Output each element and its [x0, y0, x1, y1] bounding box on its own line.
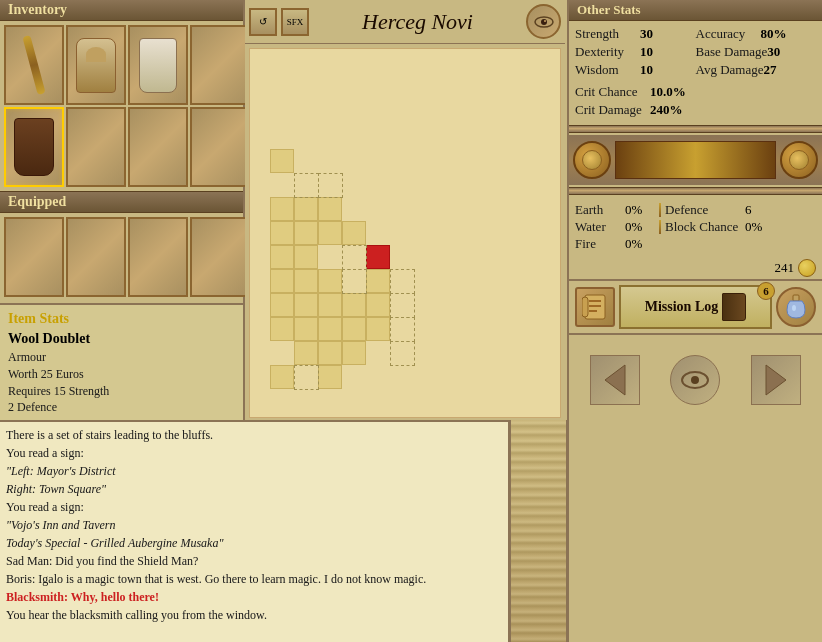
decorative-bar: [569, 135, 822, 185]
inventory-slot-robe[interactable]: [128, 25, 188, 105]
staff-item: [22, 35, 45, 95]
map-tile: [294, 269, 318, 293]
wisdom-value: 10: [640, 62, 670, 78]
stats-divider-1: [569, 125, 822, 133]
equipped-slot-2[interactable]: [66, 217, 126, 297]
item-type: Armour: [8, 349, 235, 366]
log-line: "Vojo's Inn and Tavern: [6, 516, 502, 534]
sfx-label: SFX: [287, 17, 304, 27]
player-marker: [366, 245, 390, 269]
potion-button[interactable]: [776, 287, 816, 327]
gold-coin-icon: [798, 259, 816, 277]
right-panel: Other Stats Strength 30 Dexterity 10 Wis…: [567, 0, 822, 642]
svg-marker-13: [766, 365, 786, 395]
vertical-separator: [510, 420, 567, 642]
sfx-button[interactable]: SFX: [281, 8, 309, 36]
map-tile: [270, 269, 294, 293]
map-tile-dashed: [318, 173, 343, 198]
map-tile: [270, 317, 294, 341]
refresh-icon: ↺: [259, 16, 267, 27]
log-line: Right: Town Square": [6, 480, 502, 498]
block-chance-value: 0%: [745, 219, 762, 235]
log-line: "Left: Mayor's District: [6, 462, 502, 480]
map-tile: [294, 245, 318, 269]
deco-horizontal-bar: [615, 141, 776, 179]
map-eye-button[interactable]: [526, 4, 561, 39]
dexterity-label: Dexterity: [575, 44, 640, 60]
crit-chance-label: Crit Chance: [575, 84, 650, 100]
map-panel: ↺ SFX Herceg Novi: [245, 0, 565, 420]
nav-left-arrow[interactable]: [590, 355, 640, 405]
map-tile: [342, 293, 366, 317]
svg-rect-8: [793, 295, 799, 301]
equipped-slot-1[interactable]: [4, 217, 64, 297]
crit-damage-value: 240%: [650, 102, 683, 118]
strength-value: 30: [640, 26, 670, 42]
inventory-slot-empty-4[interactable]: [190, 107, 250, 187]
map-tile: [318, 365, 342, 389]
map-tile: [342, 341, 366, 365]
armor-light-item: [76, 38, 116, 93]
inventory-slot-cloak[interactable]: [4, 107, 64, 187]
map-tile: [270, 149, 294, 173]
arrow-left-icon: [595, 360, 635, 400]
dexterity-value: 10: [640, 44, 670, 60]
equipped-slot-3[interactable]: [128, 217, 188, 297]
inventory-header: Inventory: [0, 0, 243, 21]
action-bar: Mission Log 6: [569, 279, 822, 335]
nav-center-button[interactable]: [670, 355, 720, 405]
inventory-slot-empty-3[interactable]: [128, 107, 188, 187]
map-tile: [318, 317, 342, 341]
map-tile: [318, 221, 342, 245]
log-line: There is a set of stairs leading to the …: [6, 426, 502, 444]
crit-chance-row: Crit Chance 10.0%: [575, 83, 696, 101]
other-stats-header: Other Stats: [569, 0, 822, 21]
inventory-slot-staff[interactable]: [4, 25, 64, 105]
arrow-right-icon: [756, 360, 796, 400]
inventory-slot-empty-2[interactable]: [66, 107, 126, 187]
map-tile-dashed: [390, 317, 415, 342]
water-value: 0%: [625, 219, 655, 235]
map-tile: [294, 197, 318, 221]
inventory-slot-armor-light[interactable]: [66, 25, 126, 105]
text-log[interactable]: There is a set of stairs leading to the …: [0, 420, 510, 642]
map-tile: [294, 317, 318, 341]
map-tile: [294, 341, 318, 365]
map-area[interactable]: [249, 48, 561, 418]
wisdom-row: Wisdom 10: [575, 61, 696, 79]
avg-damage-row: Avg Damage 27: [696, 61, 817, 79]
avg-damage-value: 27: [763, 62, 793, 78]
map-tile: [318, 293, 342, 317]
svg-point-9: [792, 305, 796, 311]
map-tile: [342, 317, 366, 341]
separator-decoration: [511, 420, 566, 642]
map-title: Herceg Novi: [313, 9, 522, 35]
mission-log-label: Mission Log: [645, 299, 719, 315]
svg-rect-7: [582, 297, 588, 317]
block-chance-label: Block Chance: [665, 219, 745, 235]
svg-point-1: [541, 19, 547, 25]
map-tile-dashed: [342, 245, 367, 270]
item-defence: 2 Defence: [8, 399, 235, 416]
base-damage-value: 30: [767, 44, 797, 60]
equipped-slot-4[interactable]: [190, 217, 250, 297]
earth-row: Earth 0% Defence 6: [575, 202, 816, 218]
strength-row: Strength 30: [575, 25, 696, 43]
strength-label: Strength: [575, 26, 640, 42]
log-line: Boris: Igalo is a magic town that is wes…: [6, 570, 502, 588]
mission-log-button[interactable]: Mission Log 6: [619, 285, 772, 329]
nav-right-arrow[interactable]: [751, 355, 801, 405]
gold-amount: 241: [775, 260, 795, 276]
inventory-slot-empty-1[interactable]: [190, 25, 250, 105]
accuracy-value: 80%: [761, 26, 791, 42]
map-tile: [366, 293, 390, 317]
svg-point-2: [544, 20, 546, 22]
scroll-button[interactable]: [575, 287, 615, 327]
water-row: Water 0% Block Chance 0%: [575, 219, 816, 235]
log-line: You read a sign:: [6, 498, 502, 516]
map-tile-dashed: [390, 293, 415, 318]
gold-row: 241: [569, 257, 822, 279]
refresh-button[interactable]: ↺: [249, 8, 277, 36]
fire-value: 0%: [625, 236, 655, 252]
item-worth: Worth 25 Euros: [8, 366, 235, 383]
